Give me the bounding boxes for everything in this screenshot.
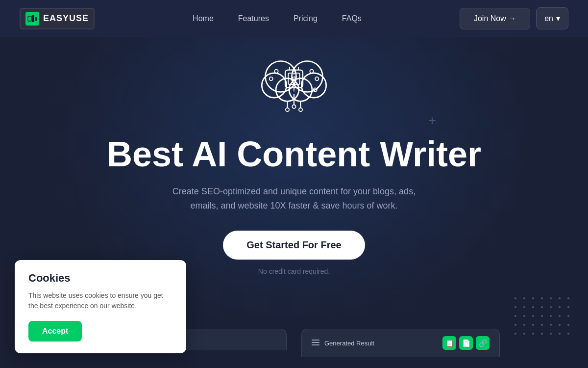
ai-brain-icon: AI: [250, 37, 338, 125]
hero-subtitle-line2: emails, and website 10X faster & save ho…: [190, 201, 397, 210]
svg-point-4: [262, 73, 286, 98]
svg-point-23: [299, 108, 302, 111]
language-selector[interactable]: en ▾: [536, 7, 568, 29]
lang-label: en: [544, 14, 553, 23]
logo[interactable]: EASYUSE: [20, 8, 95, 29]
svg-rect-1: [32, 15, 34, 22]
cookie-banner: Cookies This website uses cookies to ens…: [15, 260, 186, 353]
nav-pricing[interactable]: Pricing: [294, 14, 318, 23]
svg-point-24: [274, 70, 278, 73]
hero-title: Best AI Content Writer: [107, 135, 481, 174]
lines-icon: [312, 340, 319, 346]
svg-text:AI: AI: [291, 76, 296, 81]
logo-text: EASYUSE: [43, 13, 89, 24]
accept-cookies-button[interactable]: Accept: [28, 321, 82, 342]
logo-icon: [25, 12, 39, 26]
hero-subtitle: Create SEO-optimized and unique content …: [172, 184, 416, 213]
hero-section: AI Best AI Content Writer Create SEO-opt…: [0, 37, 588, 285]
svg-point-22: [292, 105, 295, 108]
svg-point-26: [310, 70, 313, 73]
svg-point-27: [315, 77, 318, 80]
get-started-button[interactable]: Get Started For Free: [223, 231, 365, 260]
nav-faqs[interactable]: FAQs: [342, 14, 362, 23]
cookie-title: Cookies: [28, 272, 172, 285]
generated-result-card: Generated Result 📋 📄 🔗: [301, 329, 500, 357]
cookie-text: This website uses cookies to ensure you …: [28, 290, 172, 311]
nav-right: Join Now → en ▾: [460, 7, 568, 29]
hero-subtitle-line1: Create SEO-optimized and unique content …: [172, 186, 416, 196]
svg-rect-0: [28, 16, 31, 21]
chevron-down-icon: ▾: [556, 14, 560, 23]
nav-features[interactable]: Features: [238, 14, 269, 23]
svg-point-21: [286, 108, 289, 111]
nav-links: Home Features Pricing FAQs: [193, 14, 362, 23]
generated-result-label: Generated Result: [324, 340, 374, 347]
svg-point-7: [301, 73, 326, 98]
svg-point-25: [270, 77, 273, 80]
no-credit-card-text: No credit card required.: [258, 267, 330, 275]
join-now-button[interactable]: Join Now →: [460, 8, 530, 29]
nav-home[interactable]: Home: [193, 14, 214, 23]
share-button[interactable]: 🔗: [476, 336, 490, 350]
copy-button[interactable]: 📋: [442, 336, 456, 350]
navbar: EASYUSE Home Features Pricing FAQs Join …: [0, 0, 588, 37]
download-button[interactable]: 📄: [459, 336, 473, 350]
card-actions: 📋 📄 🔗: [442, 336, 490, 350]
dot-grid-decoration: const grid = document.querySelector('.do…: [514, 297, 573, 339]
svg-rect-2: [35, 17, 37, 21]
